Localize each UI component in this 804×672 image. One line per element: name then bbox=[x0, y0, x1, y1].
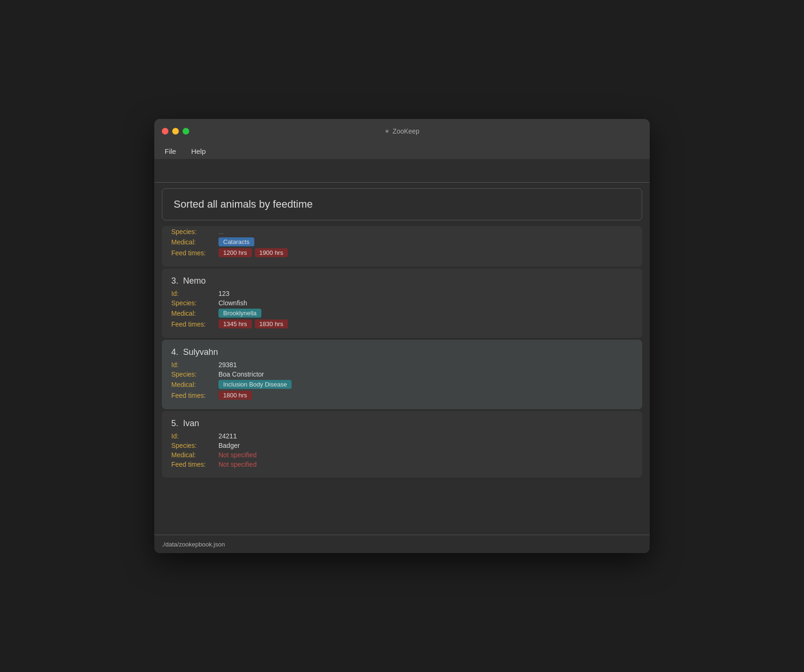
partial-species-field: Species: ... bbox=[171, 228, 633, 235]
title-bar: ★ ZooKeep bbox=[154, 119, 650, 143]
status-bar: ./data/zookepbook.json bbox=[154, 535, 650, 553]
nemo-species-value: Clownfish bbox=[218, 299, 247, 307]
nemo-medical-tag: Brooklynella bbox=[218, 309, 261, 318]
ivan-medical-value: Not specified bbox=[218, 451, 257, 459]
partial-feed-time-0: 1200 hrs bbox=[218, 248, 252, 257]
ivan-id-field: Id: 24211 bbox=[171, 432, 633, 440]
sulyvahn-species-value: Boa Constrictor bbox=[218, 370, 264, 378]
ivan-species-value: Badger bbox=[218, 442, 240, 449]
menu-bar: File Help bbox=[154, 143, 650, 159]
maximize-button[interactable] bbox=[183, 128, 189, 134]
ivan-species-field: Species: Badger bbox=[171, 442, 633, 449]
nemo-id-value: 123 bbox=[218, 290, 229, 297]
sulyvahn-feed-field: Feed times: 1800 hrs bbox=[171, 391, 633, 400]
ivan-id-value: 24211 bbox=[218, 432, 237, 440]
animal-name-ivan: 5. Ivan bbox=[171, 419, 633, 428]
status-message: Sorted all animals by feedtime bbox=[174, 198, 630, 210]
animal-name-nemo: 3. Nemo bbox=[171, 276, 633, 286]
partial-medical-field: Medical: Cataracts bbox=[171, 237, 633, 246]
sulyvahn-species-label: Species: bbox=[171, 370, 218, 378]
partial-species-value: ... bbox=[218, 228, 224, 235]
status-panel: Sorted all animals by feedtime bbox=[162, 188, 642, 220]
partial-feed-field: Feed times: 1200 hrs 1900 hrs bbox=[171, 248, 633, 257]
sulyvahn-medical-field: Medical: Inclusion Body Disease bbox=[171, 380, 633, 389]
nemo-feed-field: Feed times: 1345 hrs 1830 hrs bbox=[171, 319, 633, 328]
nemo-feed-label: Feed times: bbox=[171, 320, 218, 328]
menu-file[interactable]: File bbox=[162, 146, 179, 156]
nemo-id-field: Id: 123 bbox=[171, 290, 633, 297]
nemo-feed-time-0: 1345 hrs bbox=[218, 319, 252, 328]
sulyvahn-id-field: Id: 29381 bbox=[171, 361, 633, 369]
minimize-button[interactable] bbox=[172, 128, 179, 134]
partial-feed-label: Feed times: bbox=[171, 249, 218, 257]
sulyvahn-feed-time-0: 1800 hrs bbox=[218, 391, 252, 400]
animal-card-sulyvahn: 4. Sulyvahn Id: 29381 Species: Boa Const… bbox=[162, 340, 642, 409]
sulyvahn-medical-label: Medical: bbox=[171, 381, 218, 388]
nemo-id-label: Id: bbox=[171, 290, 218, 297]
animal-name-sulyvahn: 4. Sulyvahn bbox=[171, 347, 633, 357]
nemo-species-label: Species: bbox=[171, 299, 218, 307]
window-title: ★ ZooKeep bbox=[385, 127, 419, 135]
partial-medical-label: Medical: bbox=[171, 238, 218, 246]
partial-feed-time-1: 1900 hrs bbox=[255, 248, 288, 257]
ivan-species-label: Species: bbox=[171, 442, 218, 449]
sulyvahn-medical-tag: Inclusion Body Disease bbox=[218, 380, 292, 389]
ivan-medical-label: Medical: bbox=[171, 451, 218, 459]
sulyvahn-id-value: 29381 bbox=[218, 361, 237, 369]
title-text: ZooKeep bbox=[393, 127, 419, 135]
animal-card-nemo: 3. Nemo Id: 123 Species: Clownfish Medic… bbox=[162, 269, 642, 338]
sulyvahn-feed-label: Feed times: bbox=[171, 392, 218, 399]
title-star-icon: ★ bbox=[385, 128, 390, 134]
toolbar bbox=[154, 159, 650, 183]
nemo-medical-field: Medical: Brooklynella bbox=[171, 309, 633, 318]
traffic-lights bbox=[162, 128, 189, 134]
close-button[interactable] bbox=[162, 128, 168, 134]
sulyvahn-species-field: Species: Boa Constrictor bbox=[171, 370, 633, 378]
app-window: ★ ZooKeep File Help Sorted all animals b… bbox=[154, 119, 650, 553]
animals-list[interactable]: Species: ... Medical: Cataracts Feed tim… bbox=[162, 226, 642, 529]
partial-animal-card: Species: ... Medical: Cataracts Feed tim… bbox=[162, 226, 642, 267]
file-path: ./data/zookepbook.json bbox=[162, 541, 225, 548]
ivan-feed-value: Not specified bbox=[218, 461, 257, 468]
partial-medical-tag: Cataracts bbox=[218, 237, 254, 246]
nemo-medical-label: Medical: bbox=[171, 310, 218, 317]
sulyvahn-id-label: Id: bbox=[171, 361, 218, 369]
nemo-feed-time-1: 1830 hrs bbox=[255, 319, 288, 328]
ivan-feed-field: Feed times: Not specified bbox=[171, 461, 633, 468]
ivan-feed-label: Feed times: bbox=[171, 461, 218, 468]
menu-help[interactable]: Help bbox=[188, 146, 209, 156]
nemo-species-field: Species: Clownfish bbox=[171, 299, 633, 307]
ivan-id-label: Id: bbox=[171, 432, 218, 440]
animal-card-ivan: 5. Ivan Id: 24211 Species: Badger Medica… bbox=[162, 411, 642, 478]
partial-species-label: Species: bbox=[171, 228, 218, 235]
ivan-medical-field: Medical: Not specified bbox=[171, 451, 633, 459]
